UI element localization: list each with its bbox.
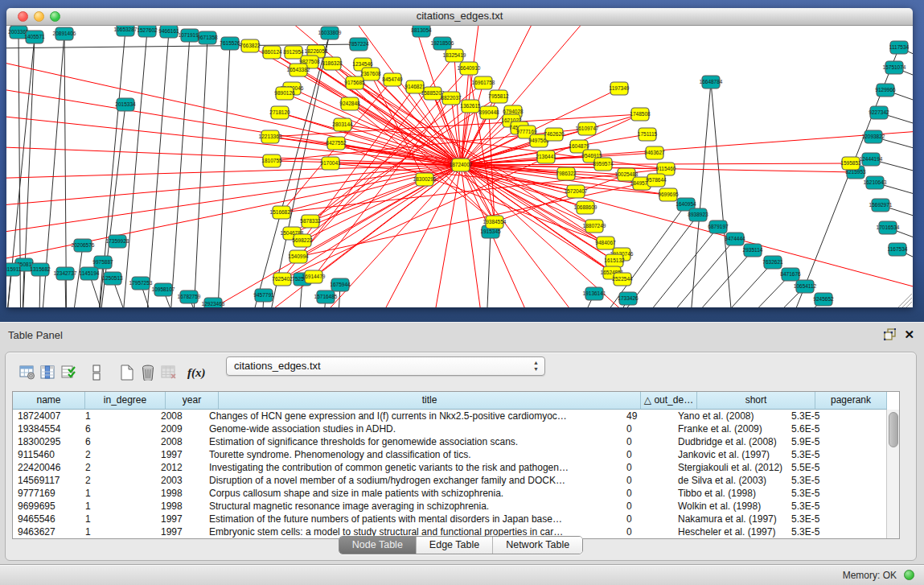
graph-node-1675944[interactable]: 1675944 [330,278,351,291]
graph-node-1615132[interactable]: 1615132 [604,254,625,267]
graph-node-19136141[interactable]: 19136141 [583,287,606,300]
graph-node-19218506[interactable]: 19218506 [431,37,454,50]
graph-node-12342737[interactable]: 12342737 [54,267,77,280]
graph-node-7462620[interactable]: 7462620 [544,128,565,141]
tab-edge-table[interactable]: Edge Table [416,537,492,554]
table-row[interactable]: 1830029562008Estimation of significance … [13,435,899,448]
graph-node-10958107[interactable]: 10958107 [152,283,175,296]
graph-node-9463627[interactable]: 9463627 [644,146,665,159]
graph-node-15716485[interactable]: 15716485 [314,290,338,303]
new-document-icon[interactable] [117,361,138,384]
table-row[interactable]: 977716911998Corpus callosum shape and si… [13,487,899,500]
graph-node-8822037[interactable]: 8822037 [441,92,462,105]
table-row[interactable]: 911546021997Tourette syndrome. Phenomeno… [13,448,899,461]
graph-node-10688609[interactable]: 10688609 [574,201,598,214]
graph-node-5698222[interactable]: 5698222 [292,234,313,247]
graph-node-17957253[interactable]: 17957253 [129,277,153,290]
graph-node-16210643[interactable]: 16210643 [864,176,887,189]
graph-node-1527602[interactable]: 1527602 [137,26,158,37]
table-vertical-scrollbar[interactable] [886,410,899,538]
table-row[interactable]: 969969511998Structural magnetic resonanc… [13,500,899,513]
graph-node-16543382[interactable]: 16543382 [287,64,310,76]
graph-node-6879197[interactable]: 6879197 [708,220,729,233]
column-header-year[interactable]: year [166,392,219,410]
column-header-in_degree[interactable]: in_degree [85,392,166,410]
graph-node-20891406[interactable]: 20891406 [53,27,76,40]
graph-node-8938923[interactable]: 8938923 [688,208,708,221]
graph-node-15166827[interactable]: 15166827 [270,206,294,219]
graph-node-7663822[interactable]: 7663822 [240,39,261,52]
graph-node-12444194[interactable]: 12444194 [860,153,883,166]
table-row[interactable]: 2242004622012Investigating the contribut… [13,461,899,474]
graph-node-9671358[interactable]: 9671358 [197,31,218,44]
graph-node-8427552[interactable]: 8427552 [326,137,347,150]
column-header-pagerank[interactable]: pagerank [815,392,887,410]
graph-node-1733426[interactable]: 1733426 [618,292,639,305]
table-row[interactable]: 1938455462009Genome-wide association stu… [13,422,899,435]
table-row[interactable]: 946554611997Estimation of the future num… [13,513,899,525]
table-settings-icon[interactable] [17,361,38,384]
graph-node-16640910[interactable]: 16640910 [458,62,481,75]
graph-node-1145194[interactable]: 1145194 [80,267,100,280]
graph-node-1117534[interactable]: 1117534 [889,41,910,54]
graph-node-17359928[interactable]: 17359928 [106,235,129,248]
function-builder-icon[interactable]: f(x) [187,366,206,380]
graph-svg[interactable]: 1872400720033651405571208914061065328715… [6,26,913,307]
graph-node-16961758[interactable]: 16961758 [472,76,495,89]
graph-node-8990448[interactable]: 8990448 [478,106,499,119]
graph-node-1315682[interactable]: 1315682 [30,263,51,276]
table-row[interactable]: 1872400712008Changes of HCN gene express… [13,410,899,422]
graph-node-1595853[interactable]: 1595853 [840,157,861,170]
graph-node-9175685[interactable]: 9175685 [344,76,365,89]
graph-node-8186328[interactable]: 8186328 [322,57,343,70]
column-header-name[interactable]: name [13,392,85,410]
graph-node-9699695[interactable]: 9699695 [658,188,679,201]
graph-node-15720407[interactable]: 15720407 [565,185,588,198]
graph-node-9170041[interactable]: 9170041 [320,157,341,170]
delete-table-icon[interactable] [158,361,179,384]
graph-node-9578644[interactable]: 9578644 [646,174,667,187]
graph-node-7615526[interactable]: 7615526 [220,37,240,50]
scrollbar-thumb[interactable] [889,412,898,447]
table-selector-dropdown[interactable]: citations_edges.txt ▲▼ [226,356,545,376]
graph-node-2803144[interactable]: 2803144 [332,118,353,131]
graph-node-17016534[interactable]: 17016534 [877,221,900,234]
graph-node-5878332[interactable]: 5878332 [300,215,321,228]
column-header-title[interactable]: title [219,392,641,410]
zoom-window-button[interactable] [50,11,60,22]
graph-node-9484067[interactable]: 9484067 [595,237,616,249]
graph-nodes[interactable]: 1872400720033651405571208914061065328715… [6,26,910,307]
graph-node-1167534[interactable]: 1167534 [888,243,908,256]
window-resize-grip[interactable] [898,294,912,307]
graph-node-12093822[interactable]: 12093822 [862,130,885,143]
close-window-button[interactable] [18,11,28,22]
graph-node-7625402[interactable]: 7625402 [272,273,293,286]
tab-node-table[interactable]: Node Table [339,537,416,554]
graph-node-9890126[interactable]: 9890126 [274,87,295,100]
graph-node-18325419[interactable]: 18325419 [443,49,466,62]
graph-node-16782759[interactable]: 16782759 [178,290,201,303]
select-columns-icon[interactable] [38,361,59,384]
clear-selection-icon[interactable] [86,361,107,384]
graph-node-1362615[interactable]: 1362615 [460,100,481,113]
graph-node-1540994[interactable]: 1540994 [288,250,309,263]
select-all-rows-icon[interactable] [59,361,80,384]
graph-node-1810755[interactable]: 1810755 [261,154,282,167]
column-header-out_de[interactable]: △ out_de… [641,392,697,410]
window-titlebar[interactable]: citations_edges.txt [6,8,913,26]
graph-node-1405571[interactable]: 1405571 [24,31,45,43]
graph-node-18300295[interactable]: 18300295 [413,173,437,186]
graph-node-1250513[interactable]: 1250513 [102,272,123,285]
graph-node-7632621[interactable]: 7632621 [762,256,783,269]
graph-node-2522544[interactable]: 2522544 [612,273,633,286]
graph-node-8813054[interactable]: 8813054 [411,26,432,37]
graph-node-16914479[interactable]: 16914479 [302,270,326,283]
graph-node-9129966[interactable]: 9129966 [875,84,896,97]
graph-node-9474444[interactable]: 9474444 [725,233,745,245]
graph-node-2718120[interactable]: 2718120 [269,106,290,119]
graph-node-15751074[interactable]: 15751074 [883,61,906,74]
graph-node-10653287[interactable]: 10653287 [114,26,138,36]
graph-node-9457791[interactable]: 9457791 [253,289,274,302]
graph-node-1748508[interactable]: 1748508 [630,108,651,121]
graph-node-18807249[interactable]: 18807249 [583,220,606,233]
